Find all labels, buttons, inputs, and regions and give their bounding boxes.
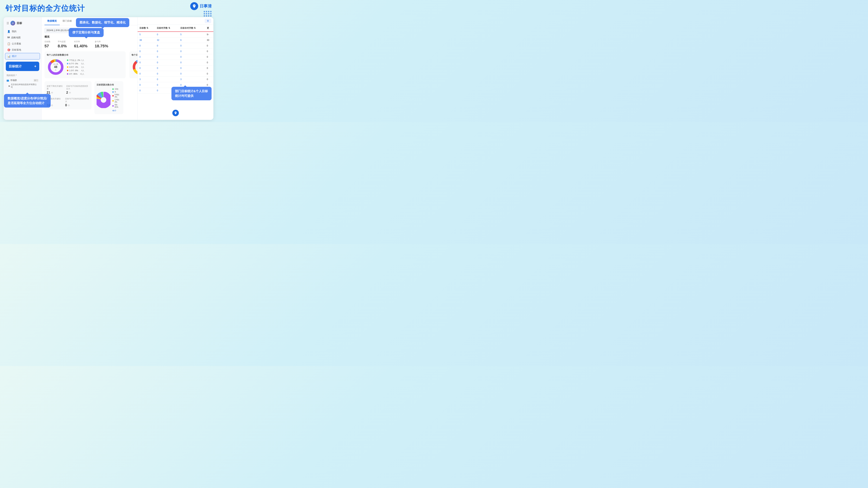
declined-value: 21 [46, 91, 50, 94]
target-stat-label: 目标统计 [9, 64, 22, 68]
chart3-container: 13次 9- 5-8次: 4% [97, 88, 121, 112]
large-gap-value: 0 [65, 103, 67, 107]
org-dept-label: 市场部 [10, 79, 17, 82]
chart3-dot-4 [112, 100, 114, 102]
legend-label-4: 1-3个: 8% [69, 69, 78, 72]
table-cell-9-0: 0 [137, 82, 155, 88]
sidebar-item-landing[interactable]: 🎯 目标落地 [4, 47, 41, 53]
logo-text: 日事清 [199, 3, 212, 9]
table-row[interactable]: 0000 [137, 54, 213, 60]
legend-item-4: 1-3个: 8% 4人 [67, 69, 84, 72]
table-cell-4-1: 0 [155, 54, 179, 60]
stat-icon: 📊 [7, 55, 10, 58]
chart1-center-label: 总人数 [53, 63, 58, 65]
chart3-title: 目标更新次数分布 [97, 83, 121, 87]
legend-count-3: 2人 [81, 66, 84, 68]
chart3-label-1: 13次 [115, 88, 119, 90]
table-cell-0-0: 5 [137, 32, 155, 37]
callout-bottom-left: 数据概览/进度分布/评分情况/ 是否延期等全方位自动统计 [4, 94, 51, 107]
sidebar-item-strategy[interactable]: 🗺 战略地图 [4, 35, 41, 41]
stat-participation-rate-label: 参与率 [95, 40, 108, 43]
legend-dot-5 [67, 73, 68, 75]
stat-avg-progress-label: 平均进度 [58, 40, 67, 43]
table-cell-0-2: 5 [179, 32, 205, 37]
table-row[interactable]: 0000 [137, 65, 213, 71]
table-row[interactable]: 3030 [137, 77, 213, 82]
unupdated-unit: 个 [51, 104, 53, 107]
legend-count-4: 4人 [81, 69, 84, 72]
table-cell-1-3: 30 [205, 37, 213, 43]
table-cell-5-1: 0 [155, 60, 179, 65]
stat-target-count: 目标数 57 [44, 40, 51, 48]
table-cell-7-0: 0 [137, 71, 155, 77]
th-target-count[interactable]: 目标数 ⇅ [137, 25, 155, 32]
table-row[interactable]: 0000 [137, 60, 213, 65]
legend-count-5: 41人 [80, 73, 84, 75]
table-cell-8-2: 3 [179, 77, 205, 82]
sidebar-item-board[interactable]: 📋 公示看板 [4, 41, 41, 47]
board-icon: 📋 [7, 42, 10, 45]
th-aligned-count[interactable]: 目标对齐数 ⇅ [155, 25, 179, 32]
table-row[interactable]: 0000 [137, 43, 213, 48]
legend-item-3: 4-5个: 4% 2人 [67, 66, 84, 68]
chart3-legend: 13次 9- 5-8次: 4% [112, 88, 121, 112]
table-row[interactable]: 0000 [137, 48, 213, 54]
content-layout: 数据概览 部门目标 ‹ 2024年上半年 (01.01-06.30) ▼ 概览 [41, 17, 213, 120]
bottom-stat-row-1: 进度下降的关键结果 21 个 目标与子目标间进度差异过大 2 [46, 85, 89, 95]
table-row[interactable]: 5059↑ [137, 32, 213, 37]
all-button[interactable]: 全 [205, 19, 211, 23]
th-more[interactable]: 更 [205, 25, 213, 32]
chart3-dot-2 [112, 91, 114, 93]
table-row[interactable]: 0000 [137, 71, 213, 77]
table-cell-5-2: 0 [179, 60, 205, 65]
table-cell-2-3: 0 [205, 43, 213, 48]
chart1-title: 每个人的目标数量分布 [46, 54, 124, 57]
data-table: 目标数 ⇅ 目标对齐数 ⇅ 目标未对齐数 ⇅ 更 5059↑3832630000… [137, 25, 213, 93]
stat-large-gap: 目标与子目标间进度差异过大 0 个 [65, 97, 89, 107]
org-item-company[interactable]: ▶ 北京创仕科锐信息技术有限公司 [6, 83, 38, 89]
legend-dot-1 [67, 60, 68, 61]
table-cell-0-3: 9↑ [205, 32, 213, 37]
org-dept-icon: 👥 [6, 79, 9, 82]
table-cell-7-3: 0 [205, 71, 213, 77]
table-head: 目标数 ⇅ 目标对齐数 ⇅ 目标未对齐数 ⇅ 更 [137, 25, 213, 32]
bottom-stat-row-2: 未更新的关键结果 34 个 目标与子目标间进度差异过大 0 [46, 97, 89, 107]
chart-update-freq: 目标更新次数分布 [94, 81, 123, 114]
table-cell-2-2: 0 [179, 43, 205, 48]
th-unaligned-count[interactable]: 目标未对齐数 ⇅ [179, 25, 205, 32]
table-cell-3-0: 0 [137, 48, 155, 54]
chart3-dot-1 [112, 88, 114, 90]
sidebar-item-stat[interactable]: 📊 统计 [5, 53, 40, 60]
table-cell-2-0: 0 [137, 43, 155, 48]
sidebar-item-mine[interactable]: 👤 我的 [4, 28, 41, 35]
legend-label-1: 7个以上: 2% [69, 59, 80, 62]
tab-dept-goal[interactable]: 部门目标 [60, 17, 75, 25]
chart3-dot-3 [112, 95, 114, 97]
callout-mid: 便于定期分析与复盘 [69, 28, 104, 37]
add-target-button[interactable]: + [34, 64, 36, 68]
strategy-icon: 🗺 [7, 36, 10, 39]
chart3-label-3: 5-8次: 4% [115, 93, 121, 98]
sidebar-item-board-label: 公示看板 [12, 42, 21, 45]
menu-icon[interactable]: ☰ [6, 22, 9, 25]
table-cell-8-0: 3 [137, 77, 155, 82]
right-panel-header: 全 [137, 17, 213, 25]
stat-avg-progress: 平均进度 8.0% [58, 40, 67, 48]
declined-label: 进度下降的关键结果 [46, 85, 63, 90]
chart3-legend-2: 9- [112, 91, 121, 93]
chart3-legend-3: 5-8次: 4% [112, 93, 121, 98]
org-item-market[interactable]: 👥 市场部 部门 [6, 78, 38, 83]
page-title: 针对目标的全方位统计 [5, 3, 85, 13]
table-cell-10-0: 0 [137, 88, 155, 93]
chart3-label-4: 1-4次: 4% [115, 98, 121, 103]
logo-dots [204, 11, 212, 17]
legend-count-1: 1人 [81, 59, 84, 62]
legend-item-5: 0个: 85% 41人 [67, 73, 84, 75]
chart3-center: 46个 [112, 109, 121, 112]
table-cell-3-1: 0 [155, 48, 179, 54]
logo-area: 日事清 [190, 2, 212, 10]
table-cell-1-0: 38 [137, 37, 155, 43]
table-row[interactable]: 3832630 [137, 37, 213, 43]
legend-label-2: 6-7个: 0% [69, 62, 78, 65]
tab-data-overview[interactable]: 数据概览 [44, 17, 60, 25]
